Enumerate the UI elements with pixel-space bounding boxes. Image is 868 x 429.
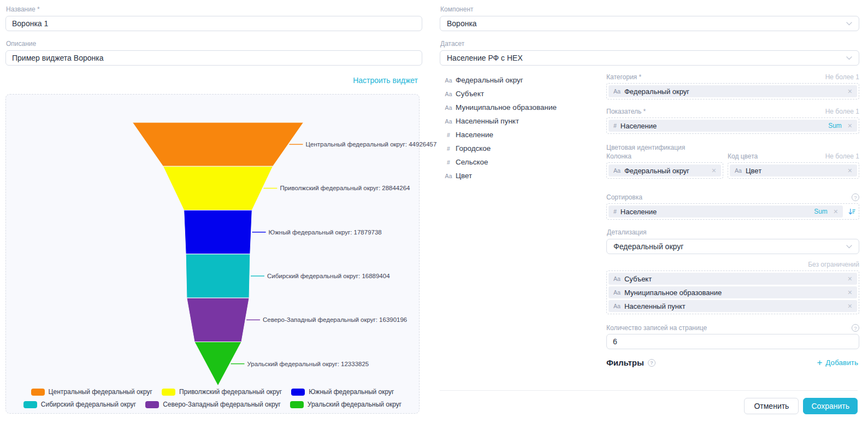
dataset-field[interactable]: АаЦвет bbox=[444, 172, 606, 180]
editor-footer: Отменить Сохранить bbox=[440, 390, 858, 414]
legend-item[interactable]: Центральный федеральный округ bbox=[31, 388, 152, 396]
category-chip[interactable]: Аа Федеральный округ × bbox=[609, 85, 857, 97]
funnel-segment[interactable] bbox=[186, 254, 250, 298]
field-name: Сельское bbox=[456, 158, 488, 166]
funnel-segment[interactable] bbox=[187, 298, 249, 342]
field-type-icon: Аа bbox=[613, 289, 621, 296]
remove-chip-icon[interactable]: × bbox=[848, 87, 852, 95]
field-type-icon: Аа bbox=[735, 167, 742, 174]
color-identification-label: Цветовая идентификация bbox=[606, 144, 859, 151]
legend-swatch bbox=[291, 389, 305, 396]
plus-icon: + bbox=[817, 358, 822, 367]
field-type-icon: Аа bbox=[613, 167, 621, 174]
hierarchy-dropzone[interactable]: АаСубъект×АаМуниципальное образование×Аа… bbox=[606, 271, 859, 314]
hierarchy-chip[interactable]: АаНаселенный пункт× bbox=[609, 300, 857, 312]
remove-chip-icon[interactable]: × bbox=[848, 275, 852, 283]
legend-item[interactable]: Сибирский федеральный округ bbox=[23, 401, 136, 408]
add-filter-button[interactable]: + Добавить bbox=[817, 358, 858, 367]
color-column-dropzone[interactable]: Аа Федеральный округ × bbox=[606, 162, 723, 179]
dataset-field[interactable]: АаСубъект bbox=[444, 90, 606, 98]
sort-direction-icon[interactable] bbox=[846, 206, 857, 217]
funnel-segment-label: Уральский федеральный округ: 12333825 bbox=[247, 361, 369, 367]
component-select-value: Воронка bbox=[447, 19, 477, 28]
remove-chip-icon[interactable]: × bbox=[848, 302, 852, 310]
sorting-section: Сортировка ? # Население Sum × bbox=[606, 193, 859, 220]
legend-label: Приволжский федеральный округ bbox=[179, 388, 282, 396]
measure-chip[interactable]: # Население Sum × bbox=[609, 120, 857, 132]
field-type-icon: Аа bbox=[613, 303, 621, 309]
widget-editor-right-panel: Компонент Воронка Датасет Население РФ с… bbox=[440, 5, 859, 424]
widget-config-column: Категория * Не более 1 Аа Федеральный ок… bbox=[606, 73, 859, 367]
color-code-chip[interactable]: Аа Цвет × bbox=[730, 164, 857, 177]
save-button[interactable]: Сохранить bbox=[803, 398, 858, 414]
funnel-chart-panel: Центральный федеральный округ: 44926457П… bbox=[5, 94, 420, 414]
field-type-icon: # bbox=[613, 122, 617, 129]
hierarchy-chip[interactable]: АаСубъект× bbox=[609, 273, 857, 285]
legend-label: Северо-Западный федеральный округ bbox=[163, 401, 281, 408]
drilldown-select[interactable]: Федеральный округ bbox=[606, 239, 859, 254]
dataset-field[interactable]: #Население bbox=[444, 131, 606, 139]
legend-item[interactable]: Уральский федеральный округ bbox=[290, 401, 401, 408]
dataset-field[interactable]: АаФедеральный округ bbox=[444, 76, 606, 84]
dataset-field[interactable]: АаНаселенный пункт bbox=[444, 117, 606, 125]
dataset-label: Датасет bbox=[440, 40, 859, 48]
hierarchy-chip[interactable]: АаМуниципальное образование× bbox=[609, 286, 857, 298]
color-code-dropzone[interactable]: Аа Цвет × bbox=[728, 162, 859, 179]
drilldown-section: Детализация Федеральный округ bbox=[606, 228, 859, 254]
configure-widget-link[interactable]: Настроить виджет bbox=[353, 76, 418, 85]
funnel-segment[interactable] bbox=[133, 122, 304, 166]
category-label: Категория * bbox=[606, 73, 641, 81]
color-column-chip[interactable]: Аа Федеральный округ × bbox=[609, 164, 721, 177]
funnel-segment[interactable] bbox=[163, 166, 273, 210]
category-limit-hint: Не более 1 bbox=[825, 73, 859, 81]
legend-item[interactable]: Северо-Западный федеральный округ bbox=[145, 401, 281, 408]
hierarchy-section: Без ограничений АаСубъект×АаМуниципально… bbox=[606, 261, 859, 314]
legend-label: Центральный федеральный округ bbox=[49, 388, 152, 396]
measure-section: Показатель * Не более 1 # Население Sum … bbox=[606, 108, 859, 134]
dataset-select-value: Население РФ с HEX bbox=[447, 54, 523, 62]
description-label: Описание bbox=[6, 40, 422, 48]
legend-label: Уральский федеральный округ bbox=[308, 401, 401, 408]
aggregation-badge[interactable]: Sum bbox=[814, 208, 828, 215]
funnel-segment-label: Сибирский федеральный округ: 16889404 bbox=[267, 273, 390, 279]
filters-label: Фильтры bbox=[606, 358, 644, 367]
description-input[interactable] bbox=[5, 50, 422, 66]
category-section: Категория * Не более 1 Аа Федеральный ок… bbox=[606, 73, 859, 99]
field-name: Городское bbox=[456, 144, 491, 152]
color-identification-section: Цветовая идентификация Колонка Аа Федера… bbox=[606, 144, 859, 179]
aggregation-badge[interactable]: Sum bbox=[828, 122, 842, 130]
sorting-dropzone[interactable]: # Население Sum × bbox=[606, 203, 859, 220]
measure-dropzone[interactable]: # Население Sum × bbox=[606, 117, 859, 134]
remove-chip-icon[interactable]: × bbox=[834, 208, 838, 215]
dataset-select[interactable]: Население РФ с HEX bbox=[440, 50, 859, 66]
dataset-field[interactable]: АаМуниципальное образование bbox=[444, 103, 606, 111]
legend-swatch bbox=[290, 401, 304, 408]
dataset-field[interactable]: #Городское bbox=[444, 144, 606, 152]
remove-chip-icon[interactable]: × bbox=[848, 289, 852, 296]
funnel-segment-label: Южный федеральный округ: 17879738 bbox=[269, 229, 382, 236]
field-type-icon: # bbox=[444, 145, 453, 152]
legend-item[interactable]: Южный федеральный округ bbox=[291, 388, 394, 396]
page-size-input[interactable] bbox=[606, 334, 859, 349]
help-icon[interactable]: ? bbox=[852, 324, 859, 332]
cancel-button[interactable]: Отменить bbox=[744, 398, 799, 414]
name-label: Название * bbox=[6, 5, 422, 13]
legend-label: Сибирский федеральный округ bbox=[41, 401, 136, 408]
remove-chip-icon[interactable]: × bbox=[848, 122, 852, 130]
remove-chip-icon[interactable]: × bbox=[848, 167, 852, 174]
category-dropzone[interactable]: Аа Федеральный округ × bbox=[606, 83, 859, 99]
component-select[interactable]: Воронка bbox=[440, 16, 859, 31]
field-type-icon: Аа bbox=[613, 275, 621, 282]
dataset-field[interactable]: #Сельское bbox=[444, 158, 606, 166]
chevron-down-icon bbox=[846, 22, 852, 26]
sorting-chip[interactable]: # Население Sum × bbox=[609, 205, 843, 218]
name-input[interactable] bbox=[5, 16, 422, 31]
legend-item[interactable]: Приволжский федеральный округ bbox=[162, 388, 282, 396]
remove-chip-icon[interactable]: × bbox=[712, 167, 716, 174]
chart-legend: Центральный федеральный округПриволжский… bbox=[6, 388, 419, 408]
help-icon[interactable]: ? bbox=[648, 359, 656, 367]
funnel-segment[interactable] bbox=[184, 210, 252, 254]
drilldown-label: Детализация bbox=[607, 228, 859, 236]
help-icon[interactable]: ? bbox=[852, 193, 859, 201]
component-label: Компонент bbox=[440, 5, 859, 13]
